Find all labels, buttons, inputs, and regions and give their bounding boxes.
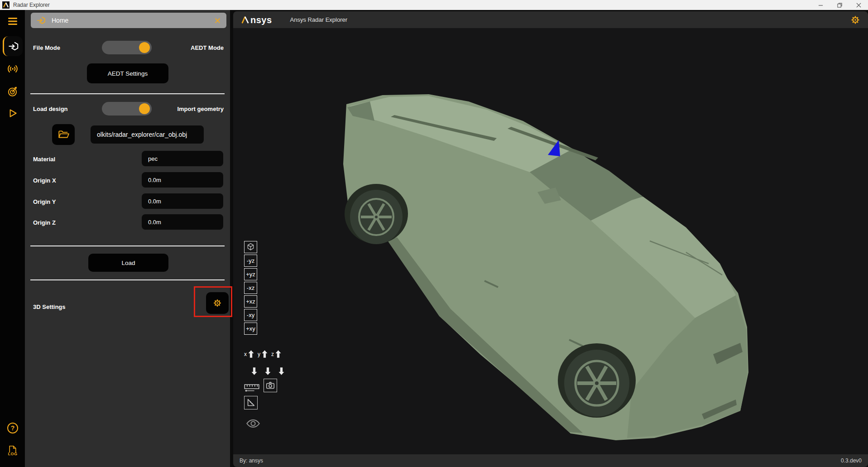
window-titlebar: Radar Explorer: [0, 0, 868, 10]
origin-z-input[interactable]: [142, 214, 223, 230]
axis-y-down-button[interactable]: [264, 366, 271, 376]
axis-y-up-button[interactable]: [261, 349, 268, 359]
axis-z-up-button[interactable]: [275, 349, 282, 359]
origin-z-label: Origin Z: [33, 219, 56, 226]
view-plus-yz-button[interactable]: +yz: [244, 268, 257, 280]
main-area: nsys Ansys Radar Explorer: [230, 10, 868, 467]
menu-button[interactable]: [3, 11, 23, 31]
annotation-highlight: [194, 286, 232, 317]
material-input[interactable]: [142, 151, 223, 166]
divider: [30, 279, 225, 280]
file-mode-label: File Mode: [33, 44, 60, 51]
mode-toggle[interactable]: [102, 41, 152, 54]
status-version: 0.3.dev0: [841, 457, 862, 464]
minimize-button[interactable]: [811, 0, 830, 10]
visibility-button[interactable]: [246, 419, 260, 428]
viewport-header: nsys Ansys Radar Explorer: [233, 11, 868, 28]
scale-button[interactable]: [244, 396, 258, 409]
3d-canvas[interactable]: -yz +yz -xz +xz -xy +xy x y z: [233, 28, 868, 454]
divider: [30, 93, 225, 94]
eye-icon: [246, 419, 260, 428]
aedt-mode-label: AEDT Mode: [191, 44, 224, 51]
sidebar-item-home[interactable]: [3, 36, 23, 56]
file-path-input[interactable]: [91, 125, 204, 144]
sidebar-item-antenna[interactable]: [3, 59, 23, 79]
axis-x-down-button[interactable]: [251, 366, 258, 376]
app-logo-icon: [2, 1, 10, 9]
browse-file-button[interactable]: [52, 124, 75, 145]
car-model: [233, 28, 868, 454]
import-geometry-label: Import geometry: [177, 106, 224, 112]
axis-z-down-button[interactable]: [278, 366, 285, 376]
import-hexagon-icon: [36, 15, 46, 25]
log-label: LOG: [8, 452, 18, 456]
maximize-button[interactable]: [830, 0, 849, 10]
view-minus-xz-button[interactable]: -xz: [244, 282, 257, 294]
ruler-icon: [244, 384, 259, 392]
import-hexagon-icon: [8, 40, 19, 52]
brand-text: nsys: [250, 16, 272, 24]
scale-triangle-icon: [246, 398, 256, 408]
origin-x-input[interactable]: [142, 172, 223, 188]
aedt-settings-button[interactable]: AEDT Settings: [87, 63, 168, 83]
status-bar: By: ansys 0.3.dev0: [233, 454, 868, 467]
tab-label: Home: [52, 17, 68, 24]
load-design-label: Load design: [33, 106, 68, 112]
signal-icon: [7, 63, 19, 75]
nav-sidebar: ? LOG: [0, 10, 25, 467]
ansys-logo: nsys: [240, 16, 272, 24]
play-icon: [7, 107, 19, 119]
hamburger-icon: [7, 15, 19, 27]
sidebar-item-radar[interactable]: [3, 82, 23, 101]
axis-x-label: x: [244, 351, 247, 357]
view-minus-yz-button[interactable]: -yz: [244, 255, 257, 267]
isometric-view-button[interactable]: [244, 241, 257, 253]
viewport-title: Ansys Radar Explorer: [290, 16, 347, 23]
view-minus-xy-button[interactable]: -xy: [244, 309, 257, 321]
radar-icon: [7, 86, 19, 97]
gear-icon: [850, 14, 861, 25]
close-button[interactable]: [849, 0, 868, 10]
view-plus-xy-button[interactable]: +xy: [244, 323, 257, 335]
origin-x-label: Origin X: [33, 177, 56, 184]
origin-y-input[interactable]: [142, 193, 223, 209]
divider: [30, 246, 225, 246]
view-buttons: -yz +yz -xz +xz -xy +xy: [244, 241, 257, 335]
toggle-knob: [139, 42, 150, 53]
ruler-button[interactable]: [244, 379, 260, 392]
camera-icon: [265, 380, 275, 390]
help-icon: ?: [7, 423, 18, 433]
axis-z-label: z: [271, 351, 274, 357]
cube-icon: [246, 242, 255, 252]
axis-tools: x y z: [244, 345, 303, 440]
view-plus-xz-button[interactable]: +xz: [244, 295, 257, 308]
sidebar-item-help[interactable]: ?: [3, 418, 23, 438]
3d-settings-label: 3D Settings: [33, 303, 66, 310]
origin-y-label: Origin Y: [33, 198, 56, 205]
tab-home[interactable]: Home: [31, 13, 226, 28]
viewport-settings-button[interactable]: [850, 14, 861, 25]
tab-close-button[interactable]: [214, 17, 221, 24]
status-author: By: ansys: [240, 457, 263, 464]
geometry-toggle[interactable]: [102, 102, 152, 116]
axis-x-up-button[interactable]: [248, 349, 254, 359]
toggle-knob: [139, 103, 150, 114]
axis-y-label: y: [258, 351, 260, 357]
load-button[interactable]: Load: [88, 254, 168, 272]
sidebar-item-run[interactable]: [3, 103, 23, 123]
home-panel: Home File Mode AEDT Mode AEDT Settings L…: [25, 10, 230, 467]
screenshot-button[interactable]: [264, 379, 277, 392]
window-title: Radar Explorer: [13, 2, 50, 8]
sidebar-item-log[interactable]: LOG: [3, 441, 23, 461]
close-icon: [215, 18, 221, 24]
folder-icon: [58, 129, 69, 140]
material-label: Material: [33, 156, 55, 163]
